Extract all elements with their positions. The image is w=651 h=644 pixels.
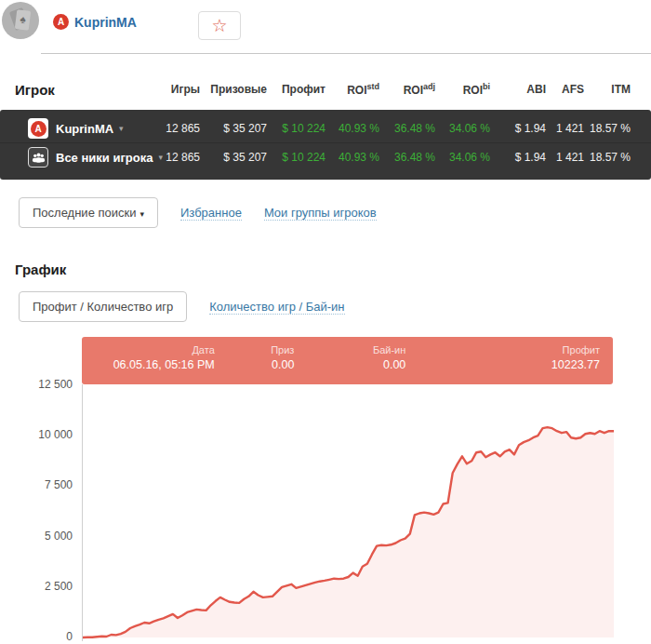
- cell-prizes: $ 35 207: [200, 151, 267, 164]
- tooltip-profit: Профит 10223.77: [405, 337, 613, 384]
- tooltip-buyin-label: Бай-ин: [294, 344, 405, 356]
- cell-afs: 1 421: [546, 122, 584, 135]
- cell-abi: $ 1.94: [490, 151, 546, 164]
- col-header-games: Игры: [147, 83, 200, 96]
- y-axis-tick-label: 5 000: [0, 530, 73, 543]
- cell-roi-std: 40.93 %: [326, 122, 379, 135]
- spade-card-icon: ♠: [15, 9, 31, 31]
- tab-profit-games[interactable]: Профит / Количество игр: [19, 291, 187, 322]
- col-header-player: Игрок: [15, 82, 147, 98]
- chevron-down-icon[interactable]: ▾: [119, 124, 124, 133]
- y-axis-tick-label: 7 500: [0, 478, 73, 491]
- cell-profit: $ 10 224: [267, 151, 326, 164]
- chart-area-fill: [83, 427, 614, 637]
- stats-table: Игрок Игры Призовые Профит ROIstd ROIadj…: [0, 76, 651, 180]
- tooltip-prize-label: Приз: [215, 344, 295, 356]
- cell-abi: $ 1.94: [490, 122, 546, 135]
- profit-chart: Дата 06.05.16, 05:16 PM Приз 0.00 Бай-ин…: [0, 337, 651, 644]
- chart-section-title: График: [15, 262, 651, 277]
- avatar: ♠: [2, 2, 39, 39]
- col-header-abi: ABI: [490, 83, 546, 96]
- player-a-icon: A: [28, 118, 48, 139]
- col-header-itm: ITM: [584, 83, 631, 96]
- col-header-roi-adj: ROIadj: [379, 82, 435, 97]
- row-player-name[interactable]: KuprinMA: [56, 122, 113, 136]
- cell-roi-adj: 36.48 %: [379, 151, 435, 164]
- header: ♠ A KuprinMA ☆: [0, 0, 651, 54]
- table-row-player[interactable]: A KuprinMA ▾ 12 865 $ 35 207 $ 10 224 40…: [0, 114, 651, 142]
- my-player-groups-link[interactable]: Мои группы игроков: [264, 206, 377, 221]
- cell-itm: 18.57 %: [584, 151, 631, 164]
- cell-roi-adj: 36.48 %: [379, 122, 435, 135]
- col-header-roi-bi: ROIbi: [435, 82, 490, 97]
- header-divider: [41, 53, 651, 54]
- brand-a-icon: A: [53, 14, 69, 30]
- player-name-link[interactable]: KuprinMA: [74, 15, 137, 30]
- col-header-prizes: Призовые: [200, 83, 267, 96]
- cell-games: 12 865: [147, 122, 200, 135]
- tooltip-profit-value: 10223.77: [405, 358, 600, 371]
- star-icon: ☆: [211, 16, 227, 35]
- cell-afs: 1 421: [546, 151, 584, 164]
- cell-roi-bi: 34.06 %: [435, 122, 490, 135]
- row-player-name[interactable]: Все ники игрока: [56, 151, 153, 165]
- tab-games-buyin[interactable]: Количество игр / Бай-ин: [209, 300, 344, 315]
- col-header-afs: AFS: [546, 83, 584, 96]
- players-group-icon: [28, 147, 48, 168]
- recent-searches-label: Последние поиски: [33, 206, 136, 220]
- y-axis-tick-label: 2 500: [0, 580, 73, 593]
- stats-dark-block: A KuprinMA ▾ 12 865 $ 35 207 $ 10 224 40…: [0, 110, 651, 180]
- col-header-roi-std: ROIstd: [326, 82, 379, 97]
- tooltip-date-value: 06.05.16, 05:16 PM: [82, 358, 215, 371]
- y-axis-tick-label: 10 000: [0, 428, 73, 441]
- cell-prizes: $ 35 207: [200, 122, 267, 135]
- tooltip-prize-value: 0.00: [215, 358, 295, 371]
- actions-row: Последние поиски▾ Избранное Мои группы и…: [19, 197, 651, 228]
- col-header-profit: Профит: [267, 83, 326, 96]
- cell-itm: 18.57 %: [584, 122, 631, 135]
- tooltip-buyin: Бай-ин 0.00: [294, 337, 405, 384]
- plot-area[interactable]: [82, 384, 614, 641]
- tooltip-prize: Приз 0.00: [215, 337, 295, 384]
- tooltip-date-label: Дата: [82, 344, 215, 356]
- y-axis-tick-label: 0: [0, 630, 73, 643]
- cell-roi-bi: 34.06 %: [435, 151, 490, 164]
- y-axis-tick-label: 12 500: [0, 378, 73, 391]
- recent-searches-button[interactable]: Последние поиски▾: [19, 197, 158, 228]
- tooltip-date: Дата 06.05.16, 05:16 PM: [82, 337, 215, 384]
- cell-games: 12 865: [147, 151, 200, 164]
- favorite-star-button[interactable]: ☆: [198, 11, 241, 40]
- chart-tabs: Профит / Количество игр Количество игр /…: [19, 291, 651, 322]
- stats-table-header: Игрок Игры Призовые Профит ROIstd ROIadj…: [0, 76, 651, 102]
- cell-profit: $ 10 224: [267, 122, 326, 135]
- cell-roi-std: 40.93 %: [326, 151, 379, 164]
- chart-tooltip: Дата 06.05.16, 05:16 PM Приз 0.00 Бай-ин…: [82, 337, 613, 384]
- chevron-down-icon: ▾: [140, 209, 144, 219]
- table-row-all-nicks[interactable]: Все ники игрока ▾ 12 865 $ 35 207 $ 10 2…: [0, 142, 651, 171]
- tooltip-profit-label: Профит: [405, 344, 600, 356]
- favorites-link[interactable]: Избранное: [180, 206, 242, 221]
- profit-line-chart: [83, 384, 614, 641]
- tooltip-buyin-value: 0.00: [294, 358, 405, 371]
